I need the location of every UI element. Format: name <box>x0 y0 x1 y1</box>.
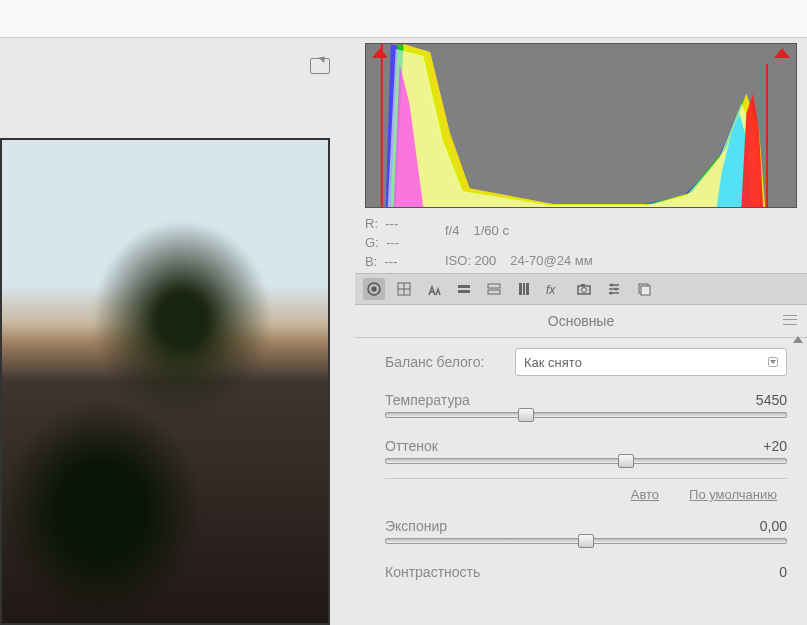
preview-content <box>92 220 272 420</box>
temperature-slider-row: Температура 5450 <box>385 386 787 418</box>
scroll-up-icon[interactable] <box>793 336 803 343</box>
b-label: B: <box>365 254 377 269</box>
auto-link[interactable]: Авто <box>631 487 659 502</box>
exposure-value[interactable]: 0,00 <box>760 518 787 534</box>
histogram-curves <box>366 44 781 207</box>
auto-default-links: Авто По умолчанию <box>385 487 787 512</box>
adjustments-panel: R: --- G: --- B: --- f/4 1/60 с ISO: 200… <box>355 38 807 625</box>
svg-point-20 <box>615 288 618 291</box>
svg-rect-11 <box>526 283 529 295</box>
tab-presets-icon[interactable] <box>603 278 625 300</box>
contrast-label: Контрастность <box>385 564 480 580</box>
temperature-value[interactable]: 5450 <box>756 392 787 408</box>
g-value: --- <box>386 235 399 250</box>
b-value: --- <box>385 254 398 269</box>
section-header: Основные <box>355 305 807 338</box>
tab-camera-icon[interactable] <box>573 278 595 300</box>
svg-point-1 <box>372 287 377 292</box>
svg-rect-10 <box>523 283 525 295</box>
tint-slider-row: Оттенок +20 <box>385 432 787 464</box>
tab-basic-icon[interactable] <box>363 278 385 300</box>
tool-tab-strip: fx <box>355 273 807 305</box>
aperture-value: f/4 <box>445 223 459 238</box>
lens-value: 24-70@24 мм <box>510 253 592 268</box>
tint-label: Оттенок <box>385 438 438 454</box>
r-value: --- <box>385 216 398 231</box>
svg-point-14 <box>582 288 587 293</box>
svg-point-19 <box>611 284 614 287</box>
histogram[interactable] <box>365 43 797 208</box>
tint-slider[interactable] <box>385 458 787 464</box>
svg-rect-6 <box>458 290 470 293</box>
tab-snapshots-icon[interactable] <box>633 278 655 300</box>
g-label: G: <box>365 235 379 250</box>
contrast-value[interactable]: 0 <box>779 564 787 580</box>
svg-rect-5 <box>458 285 470 288</box>
exposure-slider[interactable] <box>385 538 787 544</box>
svg-rect-7 <box>488 284 500 288</box>
main-layout: R: --- G: --- B: --- f/4 1/60 с ISO: 200… <box>0 38 807 625</box>
white-balance-row: Баланс белого: Как снято <box>385 348 787 376</box>
tab-split-icon[interactable] <box>483 278 505 300</box>
section-menu-icon[interactable] <box>783 315 797 325</box>
slider-thumb[interactable] <box>578 534 594 548</box>
shutter-value: 1/60 с <box>473 223 508 238</box>
svg-rect-23 <box>641 286 650 295</box>
divider <box>385 478 787 479</box>
svg-rect-8 <box>488 290 500 294</box>
image-preview[interactable] <box>0 138 330 625</box>
chevron-down-icon <box>768 357 778 367</box>
preview-content <box>2 400 202 620</box>
wb-dropdown[interactable]: Как снято <box>515 348 787 376</box>
exif-readout: R: --- G: --- B: --- f/4 1/60 с ISO: 200… <box>355 208 807 273</box>
default-link[interactable]: По умолчанию <box>689 487 777 502</box>
tab-lens-icon[interactable] <box>513 278 535 300</box>
svg-rect-15 <box>581 284 585 286</box>
export-icon[interactable] <box>310 58 330 74</box>
r-label: R: <box>365 216 378 231</box>
exposure-label: Экспонир <box>385 518 447 534</box>
tint-value[interactable]: +20 <box>763 438 787 454</box>
temperature-label: Температура <box>385 392 470 408</box>
tab-hsl-icon[interactable] <box>453 278 475 300</box>
tab-detail-icon[interactable] <box>423 278 445 300</box>
section-title: Основные <box>548 313 614 329</box>
basic-controls: Баланс белого: Как снято Температура 545… <box>355 338 807 588</box>
slider-thumb[interactable] <box>618 454 634 468</box>
exposure-slider-row: Экспонир 0,00 <box>385 512 787 544</box>
histogram-area <box>365 43 797 208</box>
contrast-slider-row: Контрастность 0 <box>385 558 787 584</box>
wb-label: Баланс белого: <box>385 354 515 370</box>
app-top-bar <box>0 0 807 38</box>
temperature-slider[interactable] <box>385 412 787 418</box>
wb-selected-value: Как снято <box>524 355 582 370</box>
svg-rect-9 <box>519 283 522 295</box>
preview-panel <box>0 38 355 625</box>
tab-curve-icon[interactable] <box>393 278 415 300</box>
svg-text:fx: fx <box>546 283 556 296</box>
iso-value: ISO: 200 <box>445 253 496 268</box>
svg-point-21 <box>610 292 613 295</box>
slider-thumb[interactable] <box>518 408 534 422</box>
tab-fx-icon[interactable]: fx <box>543 278 565 300</box>
